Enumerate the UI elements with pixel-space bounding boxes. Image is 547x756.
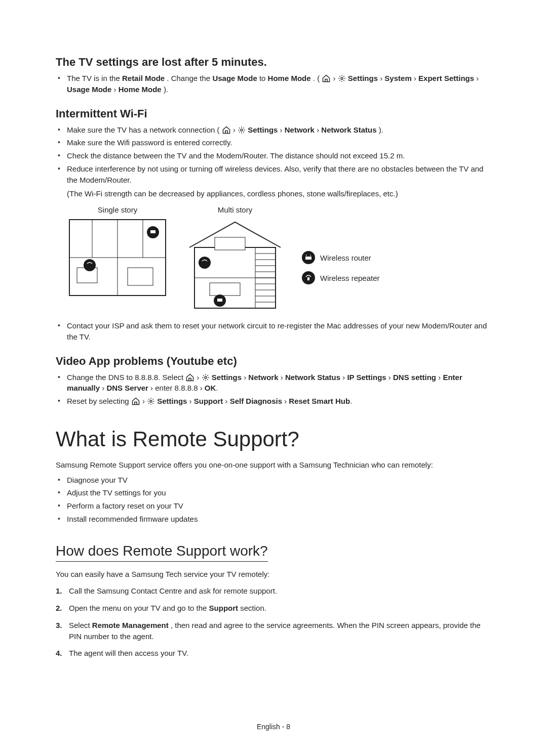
keyword-home-mode: Home Mode: [119, 85, 162, 94]
svg-point-25: [150, 400, 152, 402]
keyword-network-status: Network Status: [321, 125, 376, 134]
remote-intro: Samsung Remote Support service offers yo…: [56, 459, 491, 471]
keyword-ok: OK: [205, 384, 216, 392]
gear-icon: [147, 397, 155, 405]
section-tv-settings-lost: The TV settings are lost after 5 minutes…: [56, 56, 491, 95]
home-icon: [322, 74, 331, 82]
legend-router: Wireless router: [302, 251, 380, 264]
text: to: [259, 74, 268, 82]
heading-how-remote-support: How does Remote Support work?: [56, 543, 268, 562]
text: Open the menu on your TV and go to the: [69, 604, 209, 612]
text: Call the Samsung Contact Centre and ask …: [69, 586, 277, 595]
keyword-settings: Settings: [157, 397, 187, 405]
arrow-icon: ›: [438, 373, 443, 382]
svg-rect-15: [210, 283, 240, 296]
svg-point-1: [241, 129, 243, 131]
heading-intermittent-wifi: Intermittent Wi-Fi: [56, 107, 491, 120]
floorplan-single-icon: [67, 217, 168, 298]
step-4: 4.The agent will then access your TV.: [56, 648, 491, 659]
svg-point-17: [199, 257, 211, 269]
list-item: Reset by selecting › Settings › Support …: [56, 396, 491, 407]
arrow-icon: ›: [388, 373, 393, 382]
svg-rect-20: [305, 257, 311, 260]
arrow-icon: ›: [280, 125, 285, 134]
text: . (: [313, 74, 320, 82]
section-intermittent-wifi: Intermittent Wi-Fi Make sure the TV has …: [56, 107, 491, 343]
arrow-icon: ›: [150, 384, 155, 392]
keyword-usage-mode: Usage Mode: [67, 85, 111, 94]
keyword-system: System: [384, 74, 411, 82]
keyword-reset-smart-hub: Reset Smart Hub: [289, 397, 350, 405]
arrow-icon: ›: [284, 397, 289, 405]
how-intro: You can easily have a Samsung Tech servi…: [56, 569, 491, 580]
heading-video-app: Video App problems (Youtube etc): [56, 355, 491, 368]
step-1: 1.Call the Samsung Contact Centre and as…: [56, 585, 491, 597]
router-icon: [302, 251, 315, 264]
arrow-icon: ›: [102, 384, 106, 392]
arrow-icon: ›: [197, 373, 201, 382]
list-wifi-cont: Contact your ISP and ask them to reset y…: [56, 320, 491, 343]
home-icon: [222, 126, 231, 134]
list-item: Make sure the TV has a network connectio…: [56, 124, 491, 136]
house-multi-icon: [184, 217, 286, 313]
text: ).: [379, 125, 383, 134]
svg-point-0: [341, 77, 343, 79]
keyword-network-status: Network Status: [285, 373, 340, 382]
keyword-retail-mode: Retail Mode: [122, 74, 165, 82]
keyword-expert-settings: Expert Settings: [418, 74, 474, 82]
arrow-icon: ›: [142, 397, 147, 405]
text: The agent will then access your TV.: [69, 649, 188, 657]
page-footer: English - 8: [0, 723, 547, 731]
keyword-network: Network: [285, 125, 315, 134]
list-item: Install recommended firmware updates: [56, 514, 491, 525]
text: . Change the: [167, 74, 212, 82]
step-number: 4.: [56, 648, 62, 659]
list-item: The TV is in the Retail Mode . Change th…: [56, 73, 491, 95]
diagram-label-single: Single story: [67, 205, 168, 214]
arrow-icon: ›: [233, 125, 238, 134]
text: Reduce interference by not using or turn…: [67, 164, 483, 184]
keyword-ip-settings: IP Settings: [347, 373, 386, 382]
home-icon: [185, 373, 194, 382]
arrow-icon: ›: [114, 85, 119, 94]
arrow-icon: ›: [225, 397, 229, 405]
list-item: Reduce interference by not using or turn…: [56, 163, 491, 199]
keyword-settings: Settings: [212, 373, 242, 382]
keyword-support: Support: [194, 397, 223, 405]
arrow-icon: ›: [189, 397, 194, 405]
list-video: Change the DNS to 8.8.8.8. Select › Sett…: [56, 372, 491, 407]
list-item: Diagnose your TV: [56, 475, 491, 486]
arrow-icon: ›: [414, 74, 418, 82]
legend-repeater: Wireless repeater: [302, 271, 380, 284]
arrow-icon: ›: [476, 74, 479, 82]
keyword-home-mode: Home Mode: [268, 74, 311, 82]
text: Change the DNS to 8.8.8.8. Select: [67, 373, 185, 382]
wifi-note: (The Wi-Fi strength can be decreased by …: [67, 188, 491, 199]
keyword-usage-mode: Usage Mode: [212, 74, 257, 82]
keyword-dns-server: DNS Server: [106, 384, 148, 392]
svg-rect-14: [215, 237, 245, 250]
legend-label: Wireless repeater: [320, 274, 380, 282]
text: Make sure the TV has a network connectio…: [67, 125, 220, 134]
keyword-network: Network: [248, 373, 278, 382]
svg-rect-23: [307, 277, 309, 280]
svg-rect-11: [150, 230, 155, 233]
page-title-remote-support: What is Remote Support?: [56, 427, 491, 451]
gear-icon: [338, 74, 346, 82]
arrow-icon: ›: [333, 74, 337, 82]
text: ).: [164, 85, 168, 94]
text: enter 8.8.8.8: [155, 384, 200, 392]
diagram-single-story: Single story: [67, 205, 168, 300]
keyword-support: Support: [209, 604, 239, 612]
svg-rect-7: [128, 268, 153, 285]
nav-path: › Settings › Network › Network Status: [222, 125, 379, 134]
text: section.: [240, 604, 266, 612]
wifi-diagrams: Single story Multi story: [67, 205, 491, 315]
svg-point-9: [84, 259, 96, 271]
keyword-dns-setting: DNS setting: [393, 373, 436, 382]
heading-tv-settings-lost: The TV settings are lost after 5 minutes…: [56, 56, 491, 69]
gear-icon: [202, 373, 210, 382]
legend-label: Wireless router: [320, 254, 371, 262]
gear-icon: [238, 126, 246, 134]
steps-remote-support: 1.Call the Samsung Contact Centre and as…: [56, 585, 491, 659]
